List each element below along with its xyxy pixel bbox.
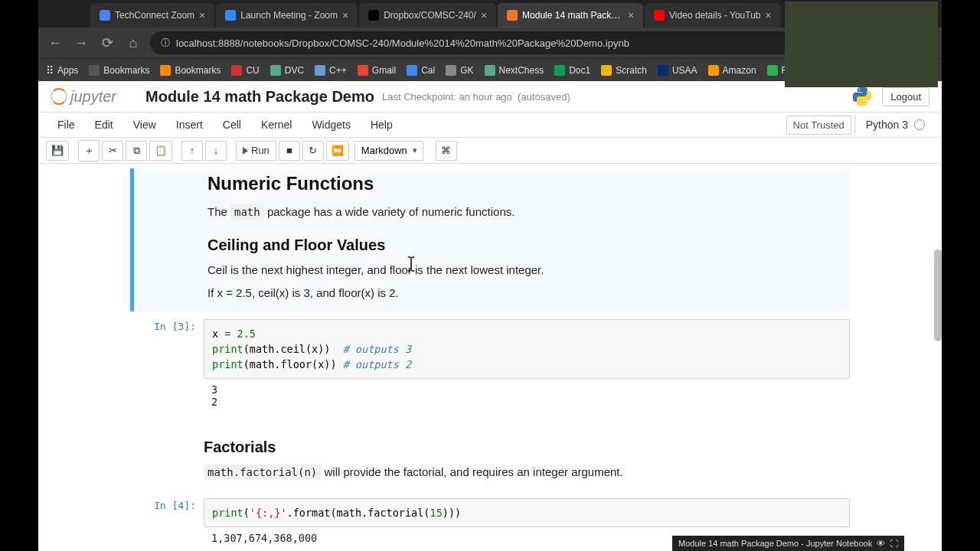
move-up-button[interactable]: ↑ bbox=[181, 141, 203, 161]
browser-tab[interactable]: Dropbox/COMSC-240/× bbox=[359, 3, 496, 28]
bookmark-item[interactable]: Amazon bbox=[708, 65, 756, 76]
notebook-title[interactable]: Module 14 math Package Demo bbox=[145, 88, 374, 106]
url-text: localhost:8888/notebooks/Dropbox/COMSC-2… bbox=[176, 37, 890, 49]
code-input[interactable]: print('{:,}'.format(math.factorial(15))) bbox=[204, 498, 850, 527]
code-output: 3 2 bbox=[204, 379, 850, 412]
reload-button[interactable]: ⟳ bbox=[98, 34, 116, 52]
paragraph: The math package has a wide variety of n… bbox=[207, 204, 850, 221]
menu-widgets[interactable]: Widgets bbox=[302, 114, 361, 135]
restart-run-all-button[interactable]: ⏩ bbox=[326, 141, 349, 161]
save-button[interactable]: 💾 bbox=[46, 141, 69, 161]
close-icon[interactable]: × bbox=[766, 9, 772, 21]
logout-button[interactable]: Logout bbox=[882, 87, 929, 106]
bookmark-icon bbox=[358, 65, 368, 76]
menu-file[interactable]: File bbox=[47, 114, 85, 135]
back-button[interactable]: ← bbox=[46, 34, 64, 52]
inline-code: math bbox=[230, 204, 264, 220]
copy-button[interactable]: ⧉ bbox=[126, 141, 147, 161]
apps-button[interactable]: ⠿Apps bbox=[46, 64, 78, 77]
menu-help[interactable]: Help bbox=[361, 114, 403, 135]
markdown-body: Factorials math.factorial(n) will provid… bbox=[204, 420, 850, 491]
bookmark-item[interactable]: Cal bbox=[407, 65, 435, 76]
bookmark-label: Cal bbox=[421, 65, 435, 76]
menu-cell[interactable]: Cell bbox=[213, 114, 251, 135]
bookmark-item[interactable]: DVC bbox=[270, 65, 304, 76]
bookmark-label: Gmail bbox=[372, 65, 396, 76]
home-button[interactable]: ⌂ bbox=[124, 34, 142, 52]
favicon-icon bbox=[654, 10, 665, 21]
page-content: jupyter Module 14 math Package Demo Last… bbox=[38, 81, 942, 551]
close-icon[interactable]: × bbox=[199, 9, 205, 21]
scrollbar-thumb[interactable] bbox=[934, 249, 942, 341]
markdown-body: Numeric Functions The math package has a… bbox=[207, 168, 850, 311]
toolbar: 💾 ＋ ✂ ⧉ 📋 ↑ ↓ Run ■ ↻ ⏩ Markdown ⌘ bbox=[38, 138, 942, 164]
favicon-icon bbox=[225, 10, 236, 21]
bookmark-item[interactable]: Bookmarks bbox=[160, 65, 220, 76]
cut-button[interactable]: ✂ bbox=[102, 141, 123, 161]
site-info-icon: ⓘ bbox=[161, 37, 170, 50]
fullscreen-icon: ⛶ bbox=[890, 539, 898, 548]
bookmark-item[interactable]: CU bbox=[231, 65, 259, 76]
close-icon[interactable]: × bbox=[481, 9, 487, 21]
browser-tab[interactable]: Launch Meeting - Zoom× bbox=[216, 3, 358, 28]
bookmark-item[interactable]: Doc1 bbox=[554, 65, 590, 76]
bookmark-item[interactable]: GK bbox=[446, 65, 473, 76]
heading-numeric-functions: Numeric Functions bbox=[207, 173, 850, 194]
trusted-indicator[interactable]: Not Trusted bbox=[786, 116, 851, 135]
markdown-cell[interactable]: Factorials math.factorial(n) will provid… bbox=[130, 420, 850, 491]
move-down-button[interactable]: ↓ bbox=[205, 141, 227, 161]
bookmark-label: Scratch bbox=[616, 65, 647, 76]
bookmark-icon bbox=[160, 65, 171, 76]
bookmark-label: C++ bbox=[329, 65, 347, 76]
paste-button[interactable]: 📋 bbox=[149, 141, 172, 161]
notebook-scroll[interactable]: Numeric Functions The math package has a… bbox=[38, 164, 942, 551]
cell-prompt bbox=[134, 168, 207, 311]
favicon-icon bbox=[507, 10, 518, 21]
bookmark-item[interactable]: Bookmarks bbox=[89, 65, 149, 76]
footer-text: Module 14 math Package Demo - Jupyter No… bbox=[678, 539, 872, 548]
bookmark-icon bbox=[485, 65, 495, 76]
bookmark-icon bbox=[446, 65, 456, 76]
celltype-select[interactable]: Markdown bbox=[354, 141, 423, 161]
restart-button[interactable]: ↻ bbox=[302, 141, 324, 161]
browser-tab[interactable]: Module 14 math Package Dem× bbox=[498, 3, 643, 28]
bookmark-item[interactable]: Gmail bbox=[358, 65, 396, 76]
menu-view[interactable]: View bbox=[123, 114, 166, 135]
bookmark-icon bbox=[708, 65, 719, 76]
bookmark-icon bbox=[315, 65, 325, 76]
kernel-indicator[interactable]: Python 3 bbox=[854, 116, 933, 134]
bookmark-label: CU bbox=[246, 65, 259, 76]
tab-label: Module 14 math Package Dem bbox=[522, 10, 623, 21]
bookmark-item[interactable]: C++ bbox=[315, 65, 347, 76]
add-cell-button[interactable]: ＋ bbox=[78, 140, 100, 161]
inline-code: math.factorial(n) bbox=[204, 465, 321, 480]
paragraph: If x = 2.5, ceil(x) is 3, and floor(x) i… bbox=[207, 285, 850, 302]
code-cell[interactable]: In [3]: x = 2.5 print(math.ceil(x)) # ou… bbox=[130, 316, 850, 416]
bookmark-item[interactable]: USAA bbox=[658, 65, 697, 76]
forward-button[interactable]: → bbox=[72, 34, 90, 52]
bookmark-label: Amazon bbox=[723, 65, 756, 76]
code-input[interactable]: x = 2.5 print(math.ceil(x)) # outputs 3 … bbox=[204, 319, 850, 380]
cell-prompt: In [3]: bbox=[130, 316, 204, 416]
cell-prompt: In [4]: bbox=[130, 495, 204, 551]
kernel-status-icon bbox=[914, 119, 925, 130]
close-icon[interactable]: × bbox=[628, 9, 634, 21]
bookmark-icon bbox=[658, 65, 668, 76]
close-icon[interactable]: × bbox=[342, 9, 348, 21]
menu-edit[interactable]: Edit bbox=[85, 114, 123, 135]
markdown-cell[interactable]: Numeric Functions The math package has a… bbox=[130, 168, 850, 311]
menu-insert[interactable]: Insert bbox=[166, 114, 213, 135]
bookmark-item[interactable]: NextChess bbox=[485, 65, 544, 76]
bookmark-label: NextChess bbox=[499, 65, 544, 76]
jupyter-logo[interactable]: jupyter bbox=[51, 87, 135, 106]
bookmark-label: Doc1 bbox=[569, 65, 590, 76]
bookmark-item[interactable]: Scratch bbox=[601, 65, 647, 76]
bookmark-label: USAA bbox=[672, 65, 697, 76]
browser-tab[interactable]: Video details - YouTub× bbox=[645, 3, 781, 28]
tab-label: Launch Meeting - Zoom bbox=[240, 10, 338, 21]
command-palette-button[interactable]: ⌘ bbox=[436, 141, 457, 161]
menu-kernel[interactable]: Kernel bbox=[251, 114, 302, 135]
browser-tab[interactable]: TechConnect Zoom× bbox=[90, 3, 214, 28]
run-button[interactable]: Run bbox=[236, 141, 276, 161]
interrupt-button[interactable]: ■ bbox=[279, 141, 300, 161]
